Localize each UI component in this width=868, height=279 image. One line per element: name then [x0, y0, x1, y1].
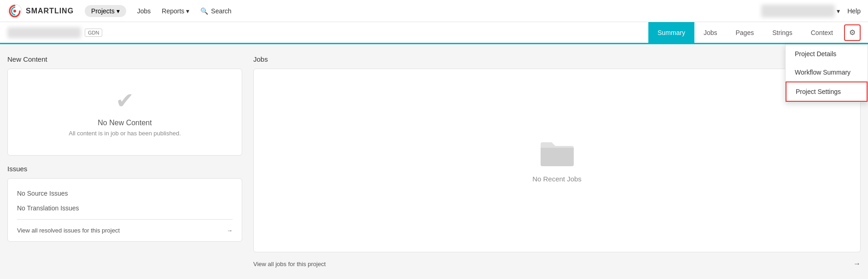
- issues-section: Issues No Source Issues No Translation I…: [7, 165, 242, 242]
- tab-pages-label: Pages: [735, 29, 754, 36]
- projects-label: Projects: [91, 7, 115, 15]
- search-nav[interactable]: 🔍 Search: [200, 7, 231, 15]
- view-all-issues-link[interactable]: View all resolved issues for this projec…: [17, 223, 233, 234]
- reports-nav-link[interactable]: Reports ▾: [162, 7, 189, 15]
- user-chevron-icon: ▾: [837, 7, 840, 15]
- sub-nav: GDN Summary Jobs Pages Strings Context ⚙…: [0, 22, 868, 44]
- left-panel: New Content ✔ No New Content All content…: [7, 55, 242, 268]
- tab-jobs[interactable]: Jobs: [694, 22, 727, 44]
- dropdown-item-project-details[interactable]: Project Details: [786, 45, 868, 63]
- jobs-content-card: No Recent Jobs: [253, 69, 861, 252]
- projects-chevron-icon: ▾: [117, 7, 120, 15]
- tab-context[interactable]: Context: [802, 22, 842, 44]
- no-new-content-title: No New Content: [98, 119, 151, 127]
- gear-icon: ⚙: [849, 28, 856, 37]
- main-content: New Content ✔ No New Content All content…: [0, 44, 868, 279]
- no-translation-issues: No Translation Issues: [17, 201, 233, 215]
- project-name: [7, 27, 81, 38]
- folder-icon: [539, 139, 576, 169]
- dropdown-item-project-settings[interactable]: Project Settings: [786, 81, 868, 102]
- jobs-arrow-icon: →: [853, 260, 861, 268]
- new-content-card: ✔ No New Content All content is in job o…: [7, 69, 242, 156]
- dropdown-item-workflow-summary[interactable]: Workflow Summary: [786, 63, 868, 81]
- tab-summary-label: Summary: [658, 29, 685, 36]
- issues-card: No Source Issues No Translation Issues V…: [7, 178, 242, 242]
- reports-chevron-icon: ▾: [186, 7, 189, 15]
- help-link[interactable]: Help: [847, 7, 861, 15]
- nav-right: ▾ Help: [761, 5, 861, 17]
- right-panel: Jobs No Recent Jobs View all jobs for th…: [253, 55, 861, 268]
- user-dropdown[interactable]: ▾: [761, 5, 840, 17]
- projects-button[interactable]: Projects ▾: [85, 5, 126, 17]
- gdn-badge: GDN: [85, 29, 102, 37]
- jobs-nav-link[interactable]: Jobs: [137, 7, 151, 15]
- search-label: Search: [211, 7, 231, 15]
- sub-nav-tabs: Summary Jobs Pages Strings Context ⚙: [648, 22, 861, 43]
- no-recent-jobs-text: No Recent Jobs: [532, 175, 582, 183]
- issues-arrow-icon: →: [227, 227, 233, 234]
- view-all-jobs-label: View all jobs for this project: [253, 261, 326, 267]
- jobs-section-title: Jobs: [253, 55, 861, 63]
- tab-context-label: Context: [811, 29, 833, 36]
- smartling-logo-icon: [7, 4, 22, 18]
- issues-section-title: Issues: [7, 165, 242, 173]
- no-new-content-subtitle: All content is in job or has been publis…: [69, 130, 181, 137]
- project-settings-label: Project Settings: [796, 88, 841, 95]
- settings-dropdown: Project Details Workflow Summary Project…: [785, 44, 868, 102]
- project-details-label: Project Details: [795, 50, 836, 58]
- new-content-section: New Content ✔ No New Content All content…: [7, 55, 242, 156]
- no-source-issues: No Source Issues: [17, 186, 233, 201]
- logo-text: SMARTLING: [26, 7, 74, 15]
- new-content-title: New Content: [7, 55, 242, 63]
- view-all-jobs-link[interactable]: View all jobs for this project →: [253, 252, 861, 268]
- tab-jobs-label: Jobs: [704, 29, 717, 36]
- tab-summary[interactable]: Summary: [648, 22, 694, 44]
- issue-divider: [17, 219, 233, 220]
- reports-nav-label: Reports: [162, 7, 184, 15]
- tab-pages[interactable]: Pages: [726, 22, 763, 44]
- view-all-issues-label: View all resolved issues for this projec…: [17, 227, 120, 234]
- logo-area: SMARTLING: [7, 4, 74, 18]
- tab-strings-label: Strings: [772, 29, 792, 36]
- top-nav: SMARTLING Projects ▾ Jobs Reports ▾ 🔍 Se…: [0, 0, 868, 22]
- jobs-nav-label: Jobs: [137, 7, 151, 15]
- search-icon: 🔍: [200, 7, 208, 15]
- user-avatar: [761, 5, 835, 17]
- workflow-summary-label: Workflow Summary: [795, 69, 851, 76]
- tab-strings[interactable]: Strings: [763, 22, 802, 44]
- checkmark-icon: ✔: [116, 87, 134, 113]
- svg-point-1: [13, 10, 16, 12]
- settings-button[interactable]: ⚙: [844, 24, 861, 41]
